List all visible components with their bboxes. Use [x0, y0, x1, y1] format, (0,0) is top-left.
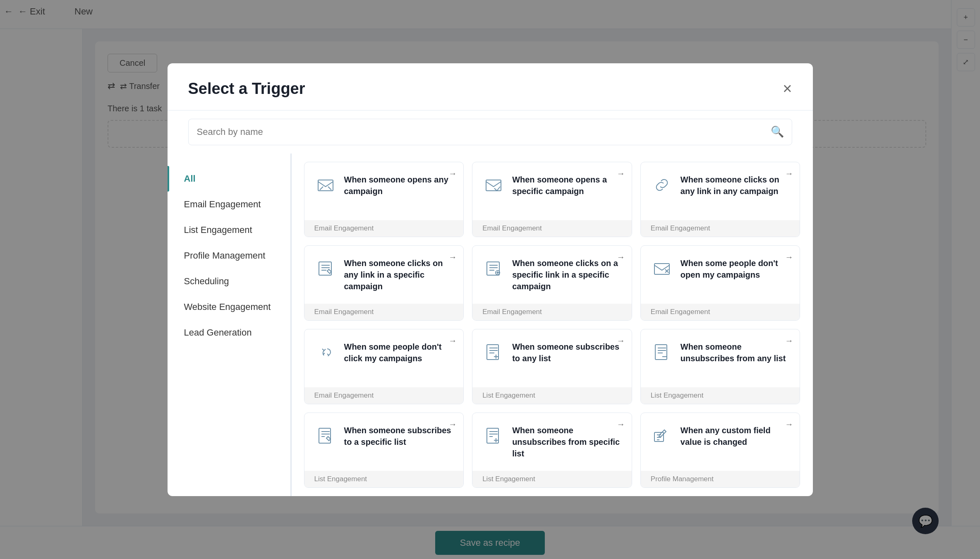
trigger-label: When someone opens any campaign [344, 174, 454, 197]
list-add-icon [482, 341, 505, 363]
email-x-icon [651, 257, 673, 280]
trigger-label: When some people don't click my campaign… [344, 341, 454, 364]
trigger-card-body: When someone subscribes to a specific li… [304, 413, 464, 471]
search-input[interactable] [188, 119, 792, 145]
list-specific-add-icon [314, 425, 337, 447]
trigger-card-clicks-specific-link[interactable]: When someone clicks on a specific link i… [472, 245, 632, 321]
modal-header: Select a Trigger × [168, 63, 813, 110]
trigger-arrow-icon: → [785, 336, 793, 345]
trigger-label: When some people don't open my campaigns [680, 257, 790, 281]
trigger-grid: When someone opens any campaign → Email … [304, 162, 800, 488]
sidebar-item-website-engagement[interactable]: Website Engagement [168, 294, 290, 320]
link-icon [651, 174, 673, 196]
trigger-arrow-icon: → [617, 169, 625, 178]
trigger-card-footer: Email Engagement [304, 387, 464, 404]
trigger-card-body: When someone clicks on any link in a spe… [304, 246, 464, 304]
trigger-card-subscribes-any-list[interactable]: When someone subscribes to any list → Li… [472, 329, 632, 404]
sidebar-item-email-engagement[interactable]: Email Engagement [168, 192, 290, 217]
trigger-card-body: When someone opens a specific campaign → [472, 162, 632, 220]
svg-line-16 [322, 349, 324, 350]
trigger-label: When someone clicks on a specific link i… [512, 257, 622, 292]
svg-rect-13 [654, 264, 669, 274]
select-trigger-modal: Select a Trigger × 🔍 All Email Engagemen… [168, 63, 813, 496]
sidebar-item-lead-generation[interactable]: Lead Generation [168, 320, 290, 345]
sidebar-item-profile-management[interactable]: Profile Management [168, 243, 290, 269]
sidebar-label-scheduling: Scheduling [184, 276, 229, 286]
sidebar-label-list-engagement: List Engagement [184, 225, 252, 235]
close-icon: × [783, 80, 792, 97]
trigger-card-footer: Email Engagement [472, 304, 632, 320]
svg-rect-19 [487, 345, 498, 360]
trigger-arrow-icon: → [617, 252, 625, 262]
trigger-card-footer: Email Engagement [304, 220, 464, 237]
svg-line-17 [327, 354, 329, 355]
trigger-card-body: When someone unsubscribes from specific … [472, 413, 632, 471]
trigger-label: When any custom field value is changed [680, 425, 790, 448]
trigger-card-footer: Email Engagement [641, 220, 800, 237]
trigger-arrow-icon: → [448, 169, 457, 178]
trigger-card-footer: List Engagement [472, 387, 632, 404]
modal-search-area: 🔍 [168, 110, 813, 154]
svg-rect-34 [487, 428, 498, 443]
trigger-card-footer: List Engagement [304, 471, 464, 487]
trigger-arrow-icon: → [785, 252, 793, 262]
modal-title: Select a Trigger [188, 80, 305, 98]
list-specific-remove-icon [482, 425, 505, 447]
trigger-label: When someone opens a specific campaign [512, 174, 622, 197]
sidebar-label-all: All [184, 173, 196, 184]
trigger-label: When someone clicks on any link in a spe… [344, 257, 454, 292]
email-open-icon [314, 174, 337, 196]
trigger-card-footer: Email Engagement [472, 220, 632, 237]
trigger-arrow-icon: → [448, 420, 457, 429]
trigger-card-unsubscribes-any-list[interactable]: When someone unsubscribes from any list … [640, 329, 800, 404]
modal-close-button[interactable]: × [783, 81, 792, 96]
modal-overlay: Select a Trigger × 🔍 All Email Engagemen… [0, 0, 980, 559]
svg-rect-1 [486, 180, 501, 191]
trigger-card-dont-open[interactable]: When some people don't open my campaigns… [640, 245, 800, 321]
trigger-card-clicks-any-link-any-campaign[interactable]: When someone clicks on any link in any c… [640, 162, 800, 237]
trigger-label: When someone clicks on any link in any c… [680, 174, 790, 197]
sidebar-item-all[interactable]: All [168, 166, 290, 192]
trigger-card-body: When someone subscribes to any list → [472, 329, 632, 387]
link-edit-icon [314, 257, 337, 280]
email-open-specific-icon [482, 174, 505, 196]
trigger-arrow-icon: → [785, 169, 793, 178]
trigger-arrow-icon: → [617, 420, 625, 429]
sidebar-label-website-engagement: Website Engagement [184, 302, 271, 312]
trigger-card-body: When someone clicks on any link in any c… [641, 162, 800, 220]
search-icon: 🔍 [771, 125, 784, 138]
trigger-card-body: When someone clicks on a specific link i… [472, 246, 632, 304]
trigger-label: When someone subscribes to a specific li… [344, 425, 454, 448]
trigger-card-footer: Profile Management [641, 471, 800, 487]
trigger-card-body: When any custom field value is changed → [641, 413, 800, 471]
sidebar-label-lead-generation: Lead Generation [184, 327, 252, 338]
trigger-card-body: When some people don't click my campaign… [304, 329, 464, 387]
trigger-card-opens-specific-campaign[interactable]: When someone opens a specific campaign →… [472, 162, 632, 237]
trigger-card-footer: Email Engagement [641, 304, 800, 320]
link-specific-icon [482, 257, 505, 280]
trigger-card-dont-click[interactable]: When some people don't click my campaign… [304, 329, 464, 404]
search-container: 🔍 [188, 119, 792, 145]
trigger-card-footer: Email Engagement [304, 304, 464, 320]
trigger-card-opens-any-campaign[interactable]: When someone opens any campaign → Email … [304, 162, 464, 237]
trigger-card-body: When some people don't open my campaigns… [641, 246, 800, 304]
trigger-grid-area: When someone opens any campaign → Email … [292, 154, 813, 496]
trigger-card-clicks-any-link-specific[interactable]: When someone clicks on any link in a spe… [304, 245, 464, 321]
trigger-arrow-icon: → [785, 420, 793, 429]
sidebar-item-list-engagement[interactable]: List Engagement [168, 217, 290, 243]
custom-field-icon [651, 425, 673, 447]
sidebar-item-scheduling[interactable]: Scheduling [168, 269, 290, 294]
sidebar-label-email-engagement: Email Engagement [184, 199, 261, 209]
trigger-arrow-icon: → [448, 336, 457, 345]
trigger-card-custom-field-changed[interactable]: When any custom field value is changed →… [640, 413, 800, 488]
modal-body: All Email Engagement List Engagement Pro… [168, 154, 813, 496]
svg-rect-25 [655, 345, 667, 360]
trigger-card-body: When someone opens any campaign → [304, 162, 464, 220]
trigger-arrow-icon: → [617, 336, 625, 345]
trigger-card-footer: List Engagement [472, 471, 632, 487]
trigger-card-unsubscribes-specific-list[interactable]: When someone unsubscribes from specific … [472, 413, 632, 488]
trigger-label: When someone unsubscribes from specific … [512, 425, 622, 459]
modal-nav: All Email Engagement List Engagement Pro… [168, 154, 292, 496]
trigger-label: When someone subscribes to any list [512, 341, 622, 364]
trigger-card-subscribes-specific-list[interactable]: When someone subscribes to a specific li… [304, 413, 464, 488]
